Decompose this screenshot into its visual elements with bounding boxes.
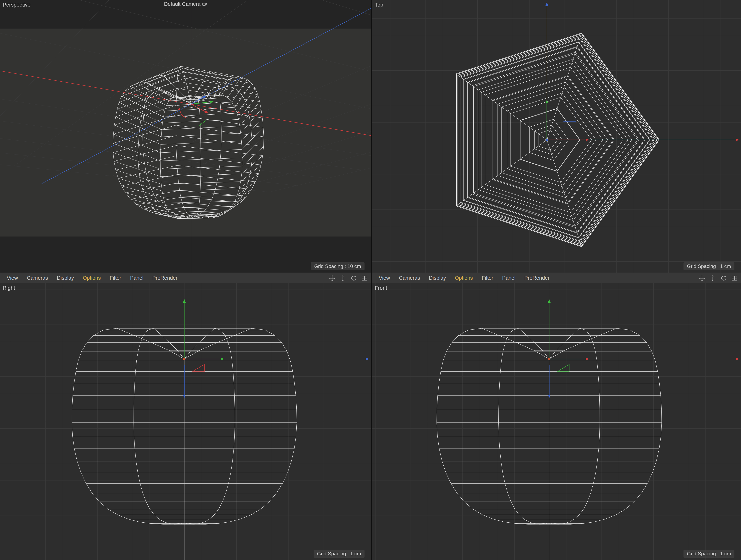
zoom-icon[interactable]: [710, 275, 716, 282]
viewport-label-top: Top: [375, 2, 383, 8]
menu-item-options[interactable]: Options: [450, 275, 477, 281]
viewport-menubar-left: View Cameras Display Options Filter Pane…: [0, 273, 371, 284]
viewport-label-front: Front: [375, 285, 387, 291]
right-canvas[interactable]: [0, 283, 371, 560]
viewport-label-right: Right: [3, 285, 15, 291]
menu-item-prorender[interactable]: ProRender: [520, 275, 554, 281]
zoom-icon[interactable]: [339, 275, 346, 282]
menu-item-panel[interactable]: Panel: [498, 275, 520, 281]
grid-spacing-label: Grid Spacing : 10 cm: [311, 262, 364, 270]
menu-item-prorender[interactable]: ProRender: [148, 275, 182, 281]
pan-icon[interactable]: [698, 275, 705, 282]
perspective-canvas[interactable]: [0, 0, 371, 273]
viewport-label-perspective: Perspective: [3, 2, 30, 8]
pan-icon[interactable]: [329, 275, 336, 282]
grid-spacing-label: Grid Spacing : 1 cm: [683, 262, 734, 270]
menu-item-view[interactable]: View: [2, 275, 22, 281]
menu-item-display[interactable]: Display: [53, 275, 78, 281]
viewport-perspective[interactable]: Perspective Default Camera Grid Spacing …: [0, 0, 371, 273]
viewport-nav-icons: [698, 275, 741, 282]
menu-item-view[interactable]: View: [375, 275, 394, 281]
menu-item-panel[interactable]: Panel: [126, 275, 148, 281]
viewport-right[interactable]: Right Grid Spacing : 1 cm: [0, 283, 371, 560]
menu-item-filter[interactable]: Filter: [105, 275, 126, 281]
top-canvas[interactable]: [372, 0, 741, 273]
viewport-nav-icons: [329, 275, 371, 282]
multi-viewport-workspace: Perspective Default Camera Grid Spacing …: [0, 0, 741, 560]
front-canvas[interactable]: [372, 283, 741, 560]
menu-item-cameras[interactable]: Cameras: [394, 275, 424, 281]
menu-item-display[interactable]: Display: [424, 275, 451, 281]
menu-items: View Cameras Display Options Filter Pane…: [0, 275, 182, 281]
viewport-menubar-right: View Cameras Display Options Filter Pane…: [372, 273, 741, 284]
rotate-icon[interactable]: [350, 275, 357, 282]
rotate-icon[interactable]: [720, 275, 727, 282]
menu-item-options[interactable]: Options: [78, 275, 105, 281]
camera-icon: [202, 2, 207, 7]
viewport-top[interactable]: Top Grid Spacing : 1 cm: [372, 0, 741, 273]
grid-spacing-label: Grid Spacing : 1 cm: [314, 550, 364, 558]
toggle-active-view-icon[interactable]: [361, 275, 368, 282]
viewport-front[interactable]: Front Grid Spacing : 1 cm: [372, 283, 741, 560]
menu-items: View Cameras Display Options Filter Pane…: [372, 275, 554, 281]
toggle-active-view-icon[interactable]: [731, 275, 738, 282]
camera-label: Default Camera: [164, 1, 207, 7]
camera-label-text: Default Camera: [164, 1, 201, 7]
menu-item-filter[interactable]: Filter: [477, 275, 498, 281]
grid-spacing-label: Grid Spacing : 1 cm: [683, 550, 734, 558]
menu-item-cameras[interactable]: Cameras: [22, 275, 53, 281]
